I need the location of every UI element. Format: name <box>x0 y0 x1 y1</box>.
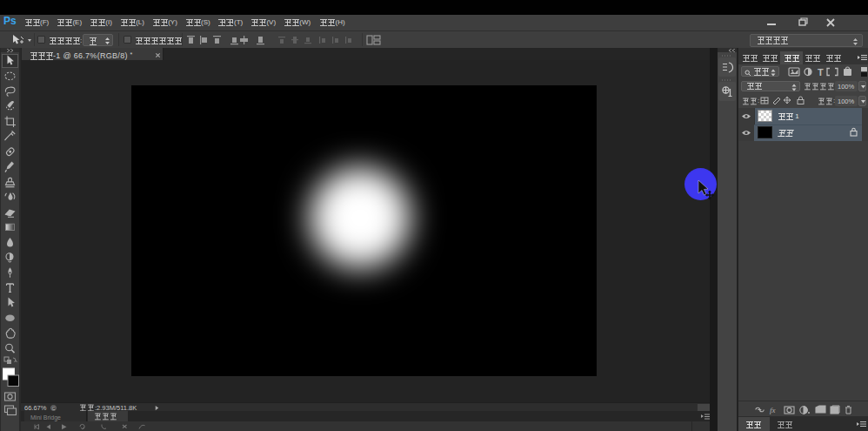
svg-text:fx: fx <box>770 406 776 414</box>
svg-text:T: T <box>818 67 824 77</box>
